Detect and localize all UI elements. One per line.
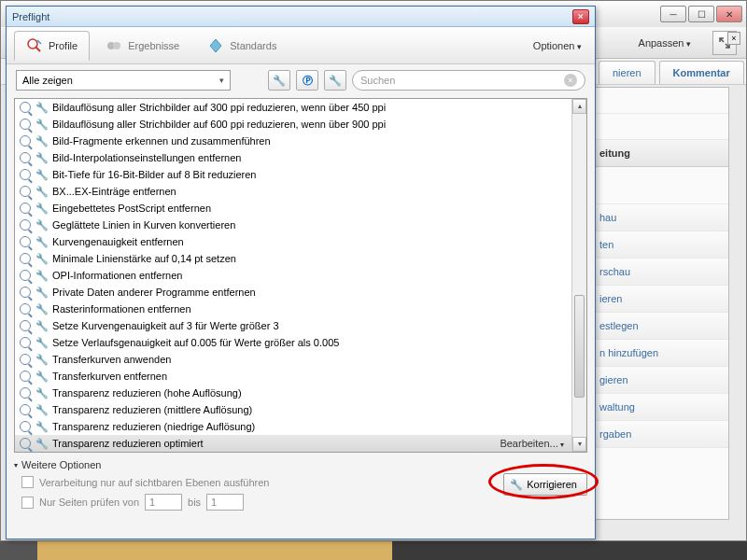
list-item[interactable]: 🔧Rasterinformationen entfernen bbox=[15, 301, 571, 317]
scroll-thumb[interactable] bbox=[574, 295, 585, 398]
wrench-icon: 🔧 bbox=[35, 185, 49, 198]
list-item[interactable]: 🔧Geglättete Linien in Kurven konvertiere… bbox=[15, 217, 571, 233]
scrollbar[interactable]: ▴ ▾ bbox=[571, 99, 586, 452]
side-item[interactable]: ten bbox=[590, 231, 728, 259]
wrench-icon: 🔧 bbox=[35, 353, 49, 366]
magnifier-icon bbox=[19, 168, 32, 181]
visible-layers-label: Verarbeitung nur auf sichtbaren Ebenen a… bbox=[39, 477, 269, 488]
list-item[interactable]: 🔧Transferkurven entfernen bbox=[15, 368, 571, 385]
magnifier-icon bbox=[19, 252, 32, 265]
list-item[interactable]: 🔧Bildauflösung aller Strichbilder auf 60… bbox=[15, 116, 571, 133]
toolbtn-3[interactable]: 🔧 bbox=[324, 70, 346, 91]
panel-close-icon[interactable]: × bbox=[727, 32, 740, 45]
wrench-icon: 🔧 bbox=[35, 202, 49, 215]
magnifier-icon bbox=[19, 353, 32, 366]
list-item[interactable]: 🔧Bild-Interpolationseinstellungen entfer… bbox=[15, 149, 571, 166]
p-icon: Ⓟ bbox=[303, 74, 313, 88]
svg-point-2 bbox=[113, 42, 120, 49]
list-item[interactable]: 🔧Transparenz reduzieren optimiertBearbei… bbox=[15, 435, 571, 452]
tab-sign[interactable]: nieren bbox=[599, 61, 655, 84]
list-item-label: Kurvengenauigkeit entfernen bbox=[52, 236, 184, 247]
list-item-label: Transparenz reduzieren optimiert bbox=[52, 438, 204, 449]
wrench-icon: 🔧 bbox=[35, 302, 49, 315]
wrench-icon: 🔧 bbox=[35, 118, 49, 131]
list-item-label: Transparenz reduzieren (niedrige Auflösu… bbox=[52, 421, 255, 432]
list-item[interactable]: 🔧Transferkurven anwenden bbox=[15, 351, 571, 368]
magnifier-icon bbox=[19, 218, 32, 231]
tab-results[interactable]: Ergebnisse bbox=[93, 31, 191, 61]
list-item[interactable]: 🔧Eingebettetes PostScript entfernen bbox=[15, 200, 571, 217]
list-item[interactable]: 🔧BX...EX-Einträge entfernen bbox=[15, 183, 571, 200]
options-dropdown[interactable]: Optionen bbox=[528, 36, 587, 55]
window-minimize-button[interactable]: ─ bbox=[660, 6, 686, 22]
list-item-label: Eingebettetes PostScript entfernen bbox=[52, 203, 211, 214]
filter-toolbar: Alle zeigen 🔧 Ⓟ 🔧 Suchen × bbox=[7, 64, 595, 96]
customize-dropdown[interactable]: Anpassen bbox=[628, 33, 701, 53]
dialog-close-button[interactable]: ✕ bbox=[572, 9, 589, 24]
side-item[interactable]: rgaben bbox=[590, 421, 728, 448]
scroll-down-button[interactable]: ▾ bbox=[572, 437, 586, 452]
fix-button[interactable]: 🔧 Korrigieren bbox=[503, 473, 587, 496]
side-panel: eitung hau ten rschau ieren estlegen n h… bbox=[589, 87, 729, 520]
side-item[interactable]: hau bbox=[590, 204, 728, 231]
list-item[interactable]: 🔧Setze Verlaufsgenauigkeit auf 0.005 für… bbox=[15, 334, 571, 351]
side-item[interactable]: rschau bbox=[590, 259, 728, 286]
magnifier-icon bbox=[19, 286, 32, 299]
results-icon bbox=[106, 37, 122, 54]
clear-search-icon[interactable]: × bbox=[564, 74, 577, 87]
tab-standards[interactable]: Standards bbox=[195, 31, 289, 61]
list-item-label: Transferkurven entfernen bbox=[52, 371, 167, 382]
wrench-icon: 🔧 bbox=[35, 235, 49, 248]
tab-profile[interactable]: Profile bbox=[14, 31, 90, 61]
wrench-icon: 🔧 bbox=[35, 218, 49, 231]
more-options-toggle[interactable]: Weitere Optionen bbox=[14, 456, 587, 473]
side-item[interactable]: waltung bbox=[590, 394, 728, 421]
window-close-button[interactable]: ✕ bbox=[716, 6, 742, 22]
list-item[interactable]: 🔧Setze Kurvengenauigkeit auf 3 für Werte… bbox=[15, 317, 571, 334]
page-to-input[interactable]: 1 bbox=[206, 494, 244, 511]
visible-layers-checkbox[interactable] bbox=[21, 476, 34, 488]
list-item[interactable]: 🔧Transparenz reduzieren (mittlere Auflös… bbox=[15, 401, 571, 418]
dialog-footer: Weitere Optionen 🔧 Korrigieren Verarbeit… bbox=[14, 456, 587, 531]
wrench-icon: 🔧 bbox=[35, 386, 49, 399]
list-item-label: Transferkurven anwenden bbox=[52, 354, 171, 365]
toolbtn-2[interactable]: Ⓟ bbox=[296, 70, 318, 91]
edit-link[interactable]: Bearbeiten... bbox=[500, 438, 568, 449]
wrench-icon: 🔧 bbox=[35, 134, 49, 147]
wrench-icon: 🔧 bbox=[510, 479, 523, 491]
magnifier-icon bbox=[19, 202, 32, 215]
wrench-search-icon: 🔧 bbox=[273, 75, 286, 87]
dialog-titlebar[interactable]: Preflight ✕ bbox=[7, 7, 595, 27]
list-item[interactable]: 🔧Transparenz reduzieren (niedrige Auflös… bbox=[15, 418, 571, 435]
preflight-dialog: Preflight ✕ Profile Ergebnisse Standards… bbox=[6, 6, 596, 539]
side-item[interactable]: n hinzufügen bbox=[590, 340, 728, 367]
side-item[interactable]: estlegen bbox=[590, 313, 728, 340]
tab-comment[interactable]: Kommentar bbox=[659, 61, 744, 84]
list-item[interactable]: 🔧Bit-Tiefe für 16-Bit-Bilder auf 8 Bit r… bbox=[15, 166, 571, 183]
list-item[interactable]: 🔧Minimale Linienstärke auf 0,14 pt setze… bbox=[15, 250, 571, 267]
list-item[interactable]: 🔧Kurvengenauigkeit entfernen bbox=[15, 233, 571, 250]
list-item[interactable]: 🔧OPI-Informationen entfernen bbox=[15, 267, 571, 284]
list-item-label: Private Daten anderer Programme entferne… bbox=[52, 287, 256, 298]
search-input[interactable]: Suchen × bbox=[352, 70, 585, 91]
toolbtn-1[interactable]: 🔧 bbox=[268, 70, 290, 91]
list-item[interactable]: 🔧Bild-Fragmente erkennen und zusammenfüh… bbox=[15, 133, 571, 149]
list-item[interactable]: 🔧Private Daten anderer Programme entfern… bbox=[15, 284, 571, 301]
standards-icon bbox=[207, 37, 224, 54]
side-item[interactable]: gieren bbox=[590, 367, 728, 394]
page-from-input[interactable]: 1 bbox=[145, 494, 182, 511]
filter-combo[interactable]: Alle zeigen bbox=[16, 70, 231, 91]
list-item-label: Transparenz reduzieren (mittlere Auflösu… bbox=[52, 404, 252, 415]
list-item-label: BX...EX-Einträge entfernen bbox=[52, 186, 176, 197]
list-item[interactable]: 🔧Transparenz reduzieren (hohe Auflösung) bbox=[15, 385, 571, 401]
list-item[interactable]: 🔧Bildauflösung aller Strichbilder auf 30… bbox=[15, 99, 571, 116]
window-maximize-button[interactable]: ☐ bbox=[688, 6, 714, 22]
list-item-label: OPI-Informationen entfernen bbox=[52, 270, 182, 281]
pages-checkbox[interactable] bbox=[21, 497, 34, 509]
magnifier-icon bbox=[19, 403, 32, 416]
scroll-up-button[interactable]: ▴ bbox=[572, 99, 586, 114]
side-item[interactable]: ieren bbox=[590, 286, 728, 313]
list-item-label: Setze Kurvengenauigkeit auf 3 für Werte … bbox=[52, 320, 279, 331]
fix-button-label: Korrigieren bbox=[527, 479, 577, 490]
filter-combo-value: Alle zeigen bbox=[22, 75, 73, 86]
